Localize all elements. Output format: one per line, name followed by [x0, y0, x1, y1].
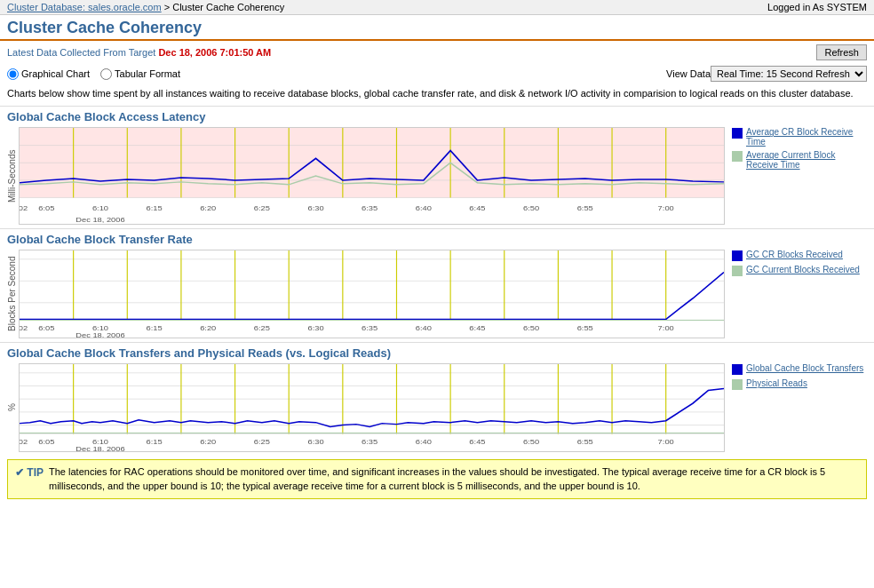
chart1-svg: 0 20 40 60: [20, 128, 724, 224]
svg-text:6:10: 6:10: [92, 204, 108, 212]
chart2-legend-item-1: GC CR Blocks Received: [732, 250, 867, 261]
top-bar: Cluster Database: sales.oracle.com > Clu…: [0, 0, 874, 15]
chart2-legend-label-2: GC Current Blocks Received: [746, 265, 860, 274]
svg-text:6:35: 6:35: [362, 324, 377, 332]
svg-text:6:45: 6:45: [469, 438, 485, 446]
chart2-legend-color-2: [732, 266, 743, 276]
chart3-svg: 0.0 3.5 7.0 10.5: [20, 364, 724, 451]
svg-text:6:35: 6:35: [362, 438, 377, 446]
chart1-area: 0 20 40 60: [19, 127, 725, 225]
svg-text:6:55: 6:55: [577, 324, 593, 332]
chart3-legend-item-2: Physical Reads: [732, 378, 867, 390]
chart1-legend-label-2: Average Current Block Receive Time: [746, 150, 867, 170]
svg-text:6:02: 6:02: [20, 204, 28, 212]
chart2-legend: GC CR Blocks Received GC Current Blocks …: [725, 250, 867, 338]
breadcrumb-separator: >: [164, 2, 172, 12]
chart1-legend-item-1: Average CR Block Receive Time: [732, 127, 867, 147]
chart1-legend-label-1: Average CR Block Receive Time: [746, 127, 867, 147]
svg-text:6:50: 6:50: [523, 324, 539, 332]
chart1-legend-color-1: [732, 128, 743, 139]
chart3-legend-label-2: Physical Reads: [746, 378, 807, 388]
tabular-label: Tabular Format: [115, 68, 180, 79]
logged-in-label: Logged in As SYSTEM: [767, 2, 867, 12]
latest-label: Latest Data Collected From Target: [7, 47, 155, 58]
description: Charts below show time spent by all inst…: [0, 85, 874, 106]
svg-text:6:05: 6:05: [38, 438, 54, 446]
chart2-title: Global Cache Block Transfer Rate: [7, 233, 867, 246]
breadcrumb-link[interactable]: Cluster Database: sales.oracle.com: [7, 2, 162, 12]
svg-text:6:40: 6:40: [416, 204, 432, 212]
breadcrumb: Cluster Database: sales.oracle.com > Clu…: [7, 2, 284, 12]
svg-text:7:00: 7:00: [658, 204, 674, 212]
chart1-container: Milli-Seconds 0 20 40 60: [7, 127, 867, 225]
svg-text:6:30: 6:30: [307, 438, 323, 446]
chart2-container: Blocks Per Second 0 15 30: [7, 250, 867, 338]
refresh-select[interactable]: Real Time: 15 Second Refresh Real Time: …: [711, 66, 867, 82]
chart3-legend: Global Cache Block Transfers Physical Re…: [725, 363, 867, 452]
svg-text:6:50: 6:50: [523, 438, 539, 446]
svg-text:6:30: 6:30: [307, 324, 323, 332]
chart2-legend-color-1: [732, 250, 743, 261]
tip-text: The latencies for RAC operations should …: [49, 465, 859, 493]
svg-text:6:15: 6:15: [147, 204, 163, 212]
svg-text:6:05: 6:05: [38, 204, 54, 212]
svg-text:6:02: 6:02: [20, 438, 28, 446]
refresh-button[interactable]: Refresh: [816, 44, 867, 60]
svg-text:6:40: 6:40: [416, 324, 432, 332]
chart2-section: Global Cache Block Transfer Rate Blocks …: [0, 228, 874, 342]
chart2-legend-label-1: GC CR Blocks Received: [746, 250, 843, 259]
svg-text:6:55: 6:55: [577, 438, 593, 446]
chart2-legend-item-2: GC Current Blocks Received: [732, 265, 867, 276]
svg-text:6:55: 6:55: [577, 204, 593, 212]
svg-text:6:45: 6:45: [469, 204, 485, 212]
view-controls: Graphical Chart Tabular Format View Data…: [0, 64, 874, 85]
svg-text:6:25: 6:25: [254, 324, 270, 332]
chart3-legend-item-1: Global Cache Block Transfers: [732, 363, 867, 375]
chart3-legend-label-1: Global Cache Block Transfers: [746, 363, 863, 373]
chart1-section: Global Cache Block Access Latency Milli-…: [0, 106, 874, 228]
svg-text:6:30: 6:30: [307, 204, 323, 212]
tip-section: ✔ TIP The latencies for RAC operations s…: [7, 459, 867, 499]
page-title: Cluster Cache Coherency: [0, 15, 874, 41]
header-controls: Latest Data Collected From Target Dec 18…: [0, 41, 874, 64]
svg-text:6:20: 6:20: [200, 324, 216, 332]
graphical-radio-label[interactable]: Graphical Chart: [7, 68, 90, 80]
chart3-area: 0.0 3.5 7.0 10.5: [19, 363, 725, 452]
svg-text:6:05: 6:05: [38, 324, 54, 332]
chart1-legend: Average CR Block Receive Time Average Cu…: [725, 127, 867, 225]
radio-group: Graphical Chart Tabular Format: [7, 68, 180, 80]
chart1-legend-item-2: Average Current Block Receive Time: [732, 150, 867, 170]
chart2-area: 0 15 30 6:02: [19, 250, 725, 338]
latest-data: Latest Data Collected From Target Dec 18…: [7, 47, 271, 58]
svg-text:Dec 18, 2006: Dec 18, 2006: [75, 445, 125, 451]
svg-text:6:15: 6:15: [147, 324, 163, 332]
latest-date: Dec 18, 2006 7:01:50 AM: [158, 47, 271, 58]
svg-text:Dec 18, 2006: Dec 18, 2006: [75, 216, 125, 224]
svg-text:6:35: 6:35: [362, 204, 377, 212]
svg-text:6:45: 6:45: [469, 324, 485, 332]
svg-text:7:00: 7:00: [658, 324, 674, 332]
chart3-section: Global Cache Block Transfers and Physica…: [0, 342, 874, 456]
chart3-y-label: %: [7, 363, 17, 452]
chart1-y-label: Milli-Seconds: [7, 127, 17, 225]
svg-text:6:20: 6:20: [200, 438, 216, 446]
graphical-radio[interactable]: [7, 68, 19, 80]
tabular-radio-label[interactable]: Tabular Format: [100, 68, 180, 80]
svg-text:6:20: 6:20: [200, 204, 216, 212]
breadcrumb-current: Cluster Cache Coherency: [172, 2, 284, 12]
svg-text:6:40: 6:40: [416, 438, 432, 446]
chart2-svg: 0 15 30 6:02: [20, 250, 724, 338]
svg-text:6:25: 6:25: [254, 438, 270, 446]
view-data-label: View Data: [666, 68, 711, 79]
svg-text:7:00: 7:00: [658, 438, 674, 446]
chart1-legend-color-2: [732, 151, 743, 162]
svg-text:6:50: 6:50: [523, 204, 539, 212]
tabular-radio[interactable]: [100, 68, 112, 80]
chart2-y-label: Blocks Per Second: [7, 250, 17, 338]
svg-text:6:25: 6:25: [254, 204, 270, 212]
svg-text:6:15: 6:15: [147, 438, 163, 446]
graphical-label: Graphical Chart: [21, 68, 90, 79]
chart3-legend-color-2: [732, 379, 743, 390]
chart3-container: % 0.0 3.5 7.0 10.5: [7, 363, 867, 452]
svg-text:Dec 18, 2006: Dec 18, 2006: [75, 331, 125, 338]
